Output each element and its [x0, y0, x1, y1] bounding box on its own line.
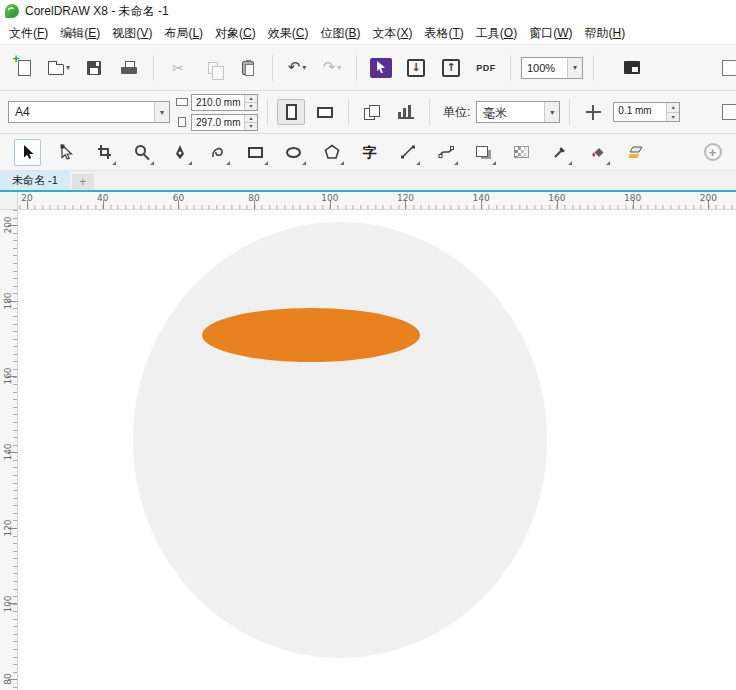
property-bar: A4 ▾ 210.0 mm ▴ ▾ 297.0 mm ▴ — [0, 91, 736, 134]
open-caret-icon[interactable]: ▾ — [66, 63, 70, 72]
units-caret-icon[interactable]: ▾ — [544, 102, 559, 122]
print-button[interactable] — [115, 54, 143, 82]
shape-tool[interactable] — [52, 139, 79, 166]
fullscreen-preview-button[interactable] — [618, 54, 646, 82]
menu-item-bitmaps[interactable]: 位图(B) — [314, 22, 366, 45]
horizontal-ruler[interactable]: 20406080100120140160180200 — [18, 192, 736, 210]
nudge-offset-spinner[interactable]: ▴ ▾ — [666, 103, 679, 121]
flyout-indicator-icon — [226, 161, 230, 165]
current-page-button[interactable] — [392, 98, 420, 126]
save-button[interactable] — [80, 54, 108, 82]
page-height-icon — [178, 117, 186, 127]
zoom-level-combo[interactable]: 100% ▾ — [521, 57, 583, 79]
paste-button[interactable] — [234, 54, 262, 82]
toolbar-separator — [348, 99, 349, 125]
page-size-combo[interactable]: A4 ▾ — [8, 101, 170, 123]
pick-tool[interactable] — [14, 139, 41, 166]
spin-down-icon[interactable]: ▾ — [245, 122, 257, 130]
ruler-label-100: 100 — [321, 193, 338, 203]
menu-item-window[interactable]: 窗口(W) — [523, 22, 578, 45]
partial-icon — [722, 60, 736, 76]
transparency-tool[interactable] — [508, 139, 535, 166]
text-tool-icon: 字 — [363, 145, 377, 159]
landscape-button[interactable] — [311, 99, 339, 125]
menu-item-object[interactable]: 对象(C) — [209, 22, 262, 45]
crop-tool[interactable] — [90, 139, 117, 166]
drawing-canvas[interactable] — [18, 210, 736, 690]
menu-item-help[interactable]: 帮助(H) — [578, 22, 631, 45]
new-document-button[interactable]: + — [10, 54, 38, 82]
ruler-label-120: 120 — [397, 193, 414, 203]
spin-down-icon[interactable]: ▾ — [245, 102, 257, 110]
menu-item-layout[interactable]: 布局(L) — [158, 22, 209, 45]
arrow-up-glyph: ↑ — [446, 62, 455, 73]
drop-shadow-tool[interactable] — [470, 139, 497, 166]
bspline-tool[interactable] — [204, 139, 231, 166]
interactive-fill-tool[interactable] — [584, 139, 611, 166]
menu-item-effects[interactable]: 效果(C) — [262, 22, 315, 45]
page-width-spinner[interactable]: ▴ ▾ — [244, 95, 257, 110]
text-tool[interactable]: 字 — [356, 139, 383, 166]
crop-icon — [97, 145, 111, 159]
zoom-level-value: 100% — [522, 58, 567, 78]
nudge-offset-input[interactable]: 0.1 mm ▴ ▾ — [613, 102, 680, 122]
document-tab[interactable]: 未命名 -1 — [0, 171, 70, 190]
ruler-origin-corner[interactable] — [0, 192, 18, 210]
zoom-caret-icon[interactable]: ▾ — [567, 58, 582, 78]
page-size-caret-icon[interactable]: ▾ — [154, 102, 169, 122]
new-tab-icon: + — [79, 175, 86, 189]
ellipse-tool[interactable] — [280, 139, 307, 166]
transparency-checker-icon — [514, 146, 529, 158]
dimension-tool[interactable] — [394, 139, 421, 166]
spin-up-icon[interactable]: ▴ — [245, 95, 257, 102]
connector-tool[interactable] — [432, 139, 459, 166]
menu-item-edit[interactable]: 编辑(E) — [54, 22, 106, 45]
flyout-indicator-icon — [112, 161, 116, 165]
page-dimensions: 210.0 mm ▴ ▾ 297.0 mm ▴ ▾ — [176, 94, 258, 131]
import-button[interactable]: ↓ — [402, 54, 430, 82]
toolbar-separator — [267, 99, 268, 125]
gray-circle-shape[interactable] — [133, 222, 547, 658]
portrait-button[interactable] — [277, 99, 305, 125]
ruler-label-100: 100 — [3, 595, 13, 612]
orange-ellipse-shape[interactable] — [202, 308, 420, 362]
toolbar-separator — [510, 55, 511, 81]
portrait-icon — [286, 104, 297, 120]
export-button[interactable]: ↑ — [437, 54, 465, 82]
page-width-input[interactable]: 210.0 mm ▴ ▾ — [191, 94, 258, 111]
menu-item-view[interactable]: 视图(V) — [106, 22, 158, 45]
undo-caret-icon[interactable]: ▾ — [302, 63, 306, 72]
all-pages-button[interactable] — [358, 98, 386, 126]
customize-toolbox-button[interactable]: + — [699, 139, 726, 166]
menu-item-table[interactable]: 表格(T) — [418, 22, 469, 45]
polygon-tool[interactable] — [318, 139, 345, 166]
rectangle-tool[interactable] — [242, 139, 269, 166]
property-bar-partial-control[interactable] — [716, 98, 736, 126]
all-pages-icon — [364, 105, 380, 119]
eyedropper-tool[interactable] — [546, 139, 573, 166]
menu-item-text[interactable]: 文本(X) — [366, 22, 418, 45]
toolbar-overflow-button[interactable] — [716, 54, 736, 82]
menu-item-file[interactable]: 文件(F) — [3, 22, 54, 45]
spin-down-icon[interactable]: ▾ — [667, 112, 679, 122]
zoom-tool[interactable] — [128, 139, 155, 166]
freehand-tool[interactable] — [166, 139, 193, 166]
smart-fill-tool[interactable] — [622, 139, 649, 166]
units-combo[interactable]: 毫米 ▾ — [476, 101, 560, 123]
spin-up-icon[interactable]: ▴ — [245, 115, 257, 122]
menu-item-tools[interactable]: 工具(O) — [470, 22, 523, 45]
publish-pdf-button[interactable]: PDF — [472, 54, 500, 82]
vertical-ruler[interactable]: 20018016014012010080 — [0, 210, 18, 690]
partial-icon — [722, 104, 736, 120]
page-height-spinner[interactable]: ▴ ▾ — [244, 115, 257, 130]
undo-button[interactable]: ↶ ▾ — [283, 54, 311, 82]
open-button[interactable]: ▾ — [45, 54, 73, 82]
search-content-button[interactable] — [367, 54, 395, 82]
save-icon — [87, 61, 101, 75]
spin-up-icon[interactable]: ▴ — [667, 103, 679, 112]
page-width-value: 210.0 mm — [192, 95, 244, 110]
print-icon — [121, 61, 137, 75]
new-tab-button[interactable]: + — [72, 174, 94, 190]
search-content-icon — [370, 58, 392, 78]
page-height-input[interactable]: 297.0 mm ▴ ▾ — [191, 114, 258, 131]
